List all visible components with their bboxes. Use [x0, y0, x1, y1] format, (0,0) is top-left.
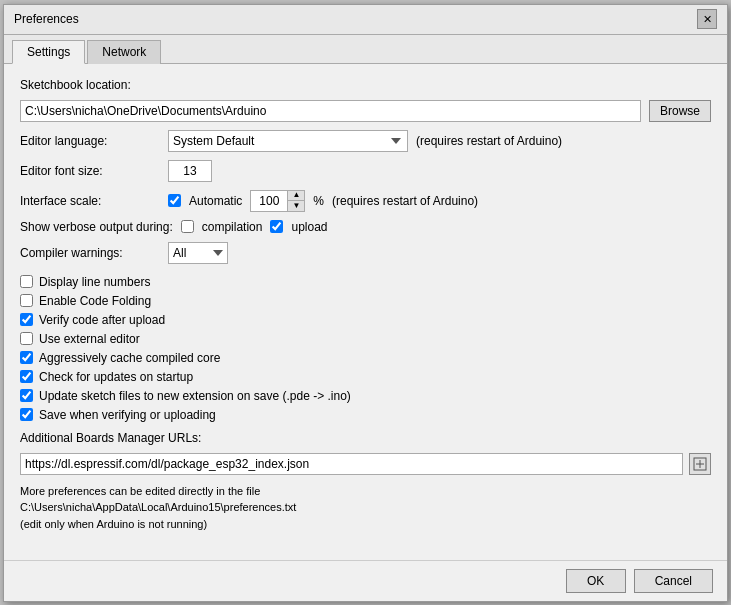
checkbox-use-external-editor: Use external editor — [20, 331, 711, 347]
additional-boards-url-input[interactable] — [20, 453, 683, 475]
edit-icon — [693, 457, 707, 471]
compiler-warnings-row: Compiler warnings: None Default More All — [20, 242, 711, 264]
dialog-title: Preferences — [14, 12, 79, 26]
display-line-numbers-label[interactable]: Display line numbers — [39, 275, 150, 289]
scale-percent: % — [313, 194, 324, 208]
interface-scale-row: Interface scale: Automatic ▲ ▼ % (requir… — [20, 190, 711, 212]
editor-language-select[interactable]: System Default — [168, 130, 408, 152]
tab-network[interactable]: Network — [87, 40, 161, 64]
update-sketch-files-label[interactable]: Update sketch files to new extension on … — [39, 389, 351, 403]
sketchbook-label: Sketchbook location: — [20, 78, 131, 92]
compiler-warnings-select[interactable]: None Default More All — [168, 242, 228, 264]
info-line1: More preferences can be edited directly … — [20, 483, 711, 500]
checkbox-check-for-updates: Check for updates on startup — [20, 369, 711, 385]
editor-language-note: (requires restart of Arduino) — [416, 134, 562, 148]
checkbox-display-line-numbers: Display line numbers — [20, 274, 711, 290]
use-external-editor-label[interactable]: Use external editor — [39, 332, 140, 346]
sketchbook-row: Sketchbook location: — [20, 78, 711, 92]
verify-code-checkbox[interactable] — [20, 313, 33, 326]
sketchbook-input-row: Browse — [20, 100, 711, 122]
checkbox-aggressively-cache: Aggressively cache compiled core — [20, 350, 711, 366]
editor-language-row: Editor language: System Default (require… — [20, 130, 711, 152]
title-bar: Preferences ✕ — [4, 5, 727, 35]
compilation-label[interactable]: compilation — [202, 220, 263, 234]
editor-font-size-input[interactable] — [168, 160, 212, 182]
scale-spinner: ▲ ▼ — [250, 190, 305, 212]
interface-scale-auto-label[interactable]: Automatic — [189, 194, 242, 208]
ok-button[interactable]: OK — [566, 569, 626, 593]
check-for-updates-label[interactable]: Check for updates on startup — [39, 370, 193, 384]
check-for-updates-checkbox[interactable] — [20, 370, 33, 383]
additional-boards-label-row: Additional Boards Manager URLs: — [20, 431, 711, 445]
checkbox-enable-code-folding: Enable Code Folding — [20, 293, 711, 309]
close-button[interactable]: ✕ — [697, 9, 717, 29]
dialog-footer: OK Cancel — [4, 560, 727, 601]
checkbox-verify-code: Verify code after upload — [20, 312, 711, 328]
browse-button[interactable]: Browse — [649, 100, 711, 122]
additional-boards-label: Additional Boards Manager URLs: — [20, 431, 201, 445]
preferences-dialog: Preferences ✕ Settings Network Sketchboo… — [3, 4, 728, 602]
scale-down-button[interactable]: ▼ — [288, 201, 304, 211]
scale-up-button[interactable]: ▲ — [288, 191, 304, 201]
additional-boards-url-row — [20, 453, 711, 475]
save-when-verifying-label[interactable]: Save when verifying or uploading — [39, 408, 216, 422]
checkbox-update-sketch-files: Update sketch files to new extension on … — [20, 388, 711, 404]
url-edit-button[interactable] — [689, 453, 711, 475]
display-line-numbers-checkbox[interactable] — [20, 275, 33, 288]
save-when-verifying-checkbox[interactable] — [20, 408, 33, 421]
verify-code-label[interactable]: Verify code after upload — [39, 313, 165, 327]
info-line2: C:\Users\nicha\AppData\Local\Arduino15\p… — [20, 499, 711, 516]
enable-code-folding-checkbox[interactable] — [20, 294, 33, 307]
update-sketch-files-checkbox[interactable] — [20, 389, 33, 402]
info-section: More preferences can be edited directly … — [20, 483, 711, 533]
aggressively-cache-label[interactable]: Aggressively cache compiled core — [39, 351, 220, 365]
verbose-label: Show verbose output during: — [20, 220, 173, 234]
tab-bar: Settings Network — [4, 35, 727, 64]
aggressively-cache-checkbox[interactable] — [20, 351, 33, 364]
use-external-editor-checkbox[interactable] — [20, 332, 33, 345]
upload-label[interactable]: upload — [291, 220, 327, 234]
sketchbook-input[interactable] — [20, 100, 641, 122]
info-line3: (edit only when Arduino is not running) — [20, 516, 711, 533]
editor-language-label: Editor language: — [20, 134, 160, 148]
compilation-checkbox[interactable] — [181, 220, 194, 233]
checkboxes-section: Display line numbers Enable Code Folding… — [20, 274, 711, 423]
tab-settings[interactable]: Settings — [12, 40, 85, 64]
enable-code-folding-label[interactable]: Enable Code Folding — [39, 294, 151, 308]
scale-value-input[interactable] — [251, 191, 287, 211]
cancel-button[interactable]: Cancel — [634, 569, 713, 593]
editor-font-size-row: Editor font size: — [20, 160, 711, 182]
interface-scale-note: (requires restart of Arduino) — [332, 194, 478, 208]
interface-scale-label: Interface scale: — [20, 194, 160, 208]
verbose-row: Show verbose output during: compilation … — [20, 220, 711, 234]
settings-content: Sketchbook location: Browse Editor langu… — [4, 64, 727, 560]
editor-font-size-label: Editor font size: — [20, 164, 160, 178]
checkbox-save-when-verifying: Save when verifying or uploading — [20, 407, 711, 423]
upload-checkbox[interactable] — [270, 220, 283, 233]
compiler-warnings-label: Compiler warnings: — [20, 246, 160, 260]
interface-scale-auto-checkbox[interactable] — [168, 194, 181, 207]
